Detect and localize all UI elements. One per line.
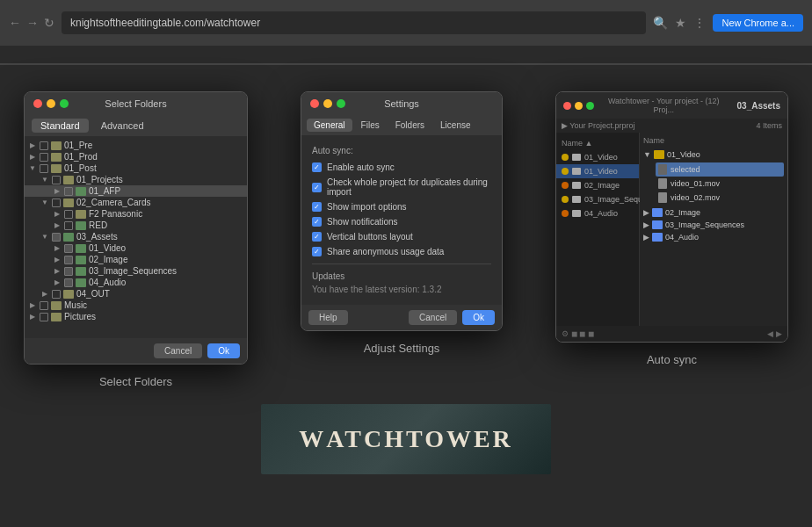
minimize-button[interactable]: [47, 99, 55, 108]
checkbox-vertical-layout[interactable]: ✓: [312, 232, 322, 242]
tree-checkbox[interactable]: [64, 278, 73, 287]
tree-label: 01_Post: [64, 163, 97, 173]
tree-checkbox[interactable]: [40, 301, 48, 310]
tree-item[interactable]: ▶ RED: [25, 220, 247, 231]
new-chrome-button[interactable]: New Chrome a...: [713, 14, 803, 32]
tree-item[interactable]: ▶ 04_Audio: [25, 277, 247, 288]
main-folder-04audio[interactable]: ▶ 04_Audio: [643, 231, 784, 243]
sidebar-folder-03imageseq[interactable]: 03_Image_Sequences: [556, 192, 639, 206]
tree-item[interactable]: ▼ 02_Camera_Cards: [25, 197, 247, 208]
check-icon: ✓: [314, 248, 320, 256]
tree-checkbox[interactable]: [64, 256, 73, 264]
tree-item[interactable]: ▶ 01_Video: [25, 242, 247, 254]
tree-item[interactable]: ▶ 01_Pre: [25, 140, 247, 151]
file-label: selected: [671, 165, 700, 174]
minimize-button[interactable]: [575, 102, 583, 110]
close-button[interactable]: [33, 99, 42, 108]
minimize-button[interactable]: [323, 99, 332, 108]
ok-button[interactable]: Ok: [462, 310, 495, 325]
nav-folders[interactable]: Folders: [388, 119, 431, 132]
tree-item[interactable]: ▶ 03_Image_Sequences: [25, 265, 247, 277]
close-button[interactable]: [310, 99, 319, 108]
cb-label: Vertical buttons layout: [327, 232, 413, 242]
sidebar-folder-04audio[interactable]: 04_Audio: [556, 206, 639, 220]
tree-item[interactable]: ▶ 04_OUT: [25, 288, 247, 300]
tree-checkbox[interactable]: [40, 141, 48, 150]
folder-icon: [76, 256, 86, 264]
tree-item[interactable]: ▶ Music: [25, 300, 247, 311]
tree-item[interactable]: ▼ 01_Post: [25, 162, 247, 174]
tree-item[interactable]: ▶ Pictures: [25, 311, 247, 322]
tab-standard[interactable]: Standard: [32, 119, 89, 133]
tree-checkbox[interactable]: [64, 187, 73, 196]
tree-checkbox[interactable]: [40, 153, 48, 162]
tree-checkbox[interactable]: [52, 199, 61, 207]
panel-settings: Settings General Files Folders License A…: [301, 91, 503, 355]
main-folder-02image[interactable]: ▶ 02_Image: [643, 206, 784, 219]
tree-checkbox[interactable]: [40, 164, 48, 173]
help-button[interactable]: Help: [308, 310, 348, 325]
sidebar-folder-01video-selected[interactable]: 01_Video: [556, 164, 639, 178]
maximize-button[interactable]: [337, 99, 345, 108]
checkbox-anonymous-data[interactable]: ✓: [312, 247, 322, 256]
tab-advanced[interactable]: Advanced: [92, 119, 153, 133]
file-item[interactable]: video_02.mov: [656, 191, 784, 205]
tree-checkbox[interactable]: [64, 267, 73, 276]
cancel-button[interactable]: Cancel: [409, 310, 457, 325]
panel-select-folders: Select Folders Standard Advanced ▶ 01_Pr…: [24, 91, 248, 388]
maximize-button[interactable]: [60, 99, 69, 108]
tree-checkbox[interactable]: [64, 210, 73, 219]
folder-icon: [51, 164, 62, 173]
tree-arrow: ▼: [40, 233, 49, 241]
refresh-icon[interactable]: ↻: [44, 16, 54, 30]
nav-files[interactable]: Files: [354, 119, 387, 132]
tree-checkbox[interactable]: [52, 176, 61, 184]
main-folder-01video[interactable]: ▼ 01_Video: [643, 148, 784, 161]
main-folder-03imageseq[interactable]: ▶ 03_Image_Sequences: [643, 219, 784, 231]
tree-label: Pictures: [64, 312, 96, 321]
nav-general[interactable]: General: [307, 119, 352, 132]
browser-actions: 🔍 ★ ⋮ New Chrome a...: [653, 14, 803, 32]
sidebar-folder-01video[interactable]: 01_Video: [556, 150, 639, 164]
cancel-button[interactable]: Cancel: [154, 343, 202, 358]
tree-label: 04_OUT: [76, 289, 110, 299]
tree-item[interactable]: ▶ 01_Prod: [25, 151, 247, 162]
tree-checkbox[interactable]: [52, 290, 61, 299]
tree-checkbox[interactable]: [64, 244, 73, 253]
checkbox-import-options[interactable]: ✓: [312, 202, 322, 212]
file-item-selected[interactable]: selected: [656, 162, 784, 177]
tree-item[interactable]: ▼ 03_Assets: [25, 231, 247, 242]
ok-button[interactable]: Ok: [207, 343, 240, 358]
tree-item[interactable]: ▼ 01_Projects: [25, 174, 247, 185]
tree-arrow: ▶: [53, 244, 62, 252]
bookmark-icon[interactable]: ★: [675, 16, 686, 30]
tree-checkbox[interactable]: [40, 313, 48, 321]
footer-right-icons: ◀ ▶: [767, 329, 782, 338]
menu-icon[interactable]: ⋮: [693, 16, 706, 30]
folder-name: 04_Audio: [665, 233, 699, 242]
folder-label: 02_Image: [584, 181, 620, 190]
select-folders-titlebar: Select Folders: [25, 92, 247, 115]
tree-checkbox[interactable]: [52, 233, 61, 242]
nav-license[interactable]: License: [433, 119, 477, 132]
tree-item[interactable]: ▶ F2 Panasonic: [25, 208, 247, 220]
forward-icon[interactable]: →: [26, 16, 39, 30]
folder-icon: [76, 244, 86, 253]
address-bar[interactable]: knightsoftheeditingtable.com/watchtower: [62, 11, 646, 34]
back-icon[interactable]: ←: [9, 16, 21, 30]
maximize-button[interactable]: [586, 102, 594, 110]
folder-icon: [572, 210, 581, 217]
folder-icon: [51, 141, 62, 150]
search-icon[interactable]: 🔍: [653, 16, 668, 30]
checkbox-enable-autosync[interactable]: ✓: [312, 162, 322, 172]
checkbox-notifications[interactable]: ✓: [312, 217, 322, 227]
file-item[interactable]: video_01.mov: [656, 177, 784, 191]
tree-checkbox[interactable]: [64, 221, 73, 230]
tree-item-selected[interactable]: ▶ 01_AFP: [25, 185, 247, 197]
checkbox-duplicates[interactable]: ✓: [312, 183, 322, 192]
tree-arrow: ▶: [53, 278, 62, 286]
tree-item[interactable]: ▶ 02_Image: [25, 254, 247, 265]
close-button[interactable]: [563, 102, 571, 110]
sidebar-folder-02image[interactable]: 02_Image: [556, 178, 639, 192]
folder-icon: [76, 278, 86, 287]
